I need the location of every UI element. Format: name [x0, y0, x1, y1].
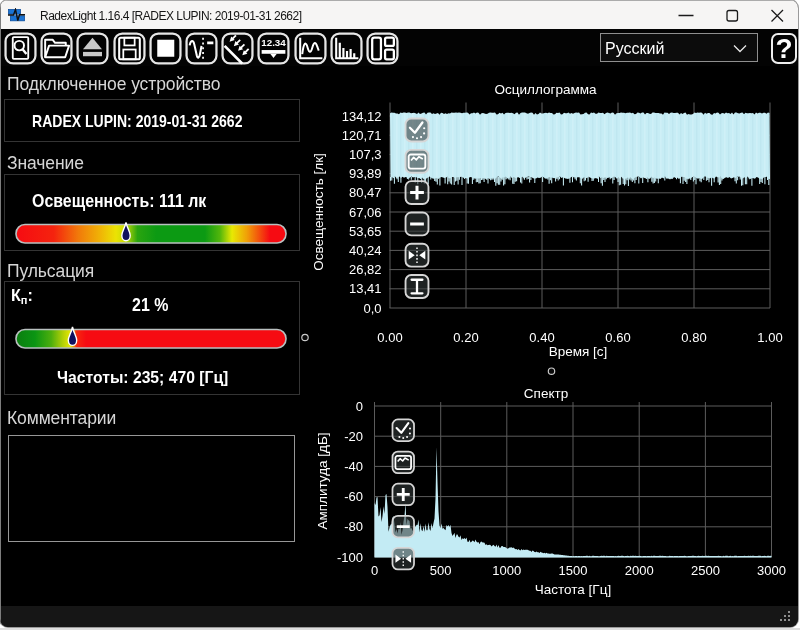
svg-text:53,65: 53,65: [349, 224, 382, 239]
svg-text:Частота [Гц]: Частота [Гц]: [535, 582, 611, 597]
svg-text:0.60: 0.60: [605, 330, 630, 345]
svg-text:Время [с]: Время [с]: [549, 344, 608, 359]
svg-text:0.20: 0.20: [453, 330, 478, 345]
svg-text:67,06: 67,06: [349, 205, 382, 220]
svg-text:2000: 2000: [625, 563, 654, 578]
svg-text:3000: 3000: [757, 563, 786, 578]
svg-text:0.00: 0.00: [377, 330, 402, 345]
svg-text:Спектр: Спектр: [524, 386, 568, 401]
svg-text:-100: -100: [337, 550, 363, 565]
svg-text:0: 0: [371, 563, 378, 578]
svg-text:80,47: 80,47: [349, 185, 382, 200]
svg-text:Освещенность [лк]: Освещенность [лк]: [311, 153, 326, 271]
svg-text:2500: 2500: [691, 563, 720, 578]
svg-text:26,82: 26,82: [349, 262, 382, 277]
svg-text:-80: -80: [344, 519, 363, 534]
svg-text:Осциллограмма: Осциллограмма: [495, 82, 597, 97]
svg-text:-40: -40: [344, 459, 363, 474]
svg-text:134,12: 134,12: [342, 109, 382, 124]
svg-text:12.34: 12.34: [261, 37, 286, 48]
svg-text:1500: 1500: [559, 563, 588, 578]
svg-text:40,24: 40,24: [349, 243, 382, 258]
svg-text:13,41: 13,41: [349, 281, 382, 296]
svg-text:1000: 1000: [492, 563, 521, 578]
svg-text:0.40: 0.40: [529, 330, 554, 345]
svg-text:93,89: 93,89: [349, 166, 382, 181]
svg-text:107,3: 107,3: [349, 147, 382, 162]
svg-text:0,0: 0,0: [363, 301, 381, 316]
svg-text:120,71: 120,71: [342, 128, 382, 143]
svg-text:-60: -60: [344, 489, 363, 504]
svg-text:-20: -20: [344, 429, 363, 444]
svg-text:Амплитуда [дБ]: Амплитуда [дБ]: [315, 432, 330, 529]
svg-text:0: 0: [356, 399, 363, 414]
svg-text:1.00: 1.00: [757, 330, 782, 345]
svg-text:0.80: 0.80: [681, 330, 706, 345]
svg-text:500: 500: [430, 563, 452, 578]
